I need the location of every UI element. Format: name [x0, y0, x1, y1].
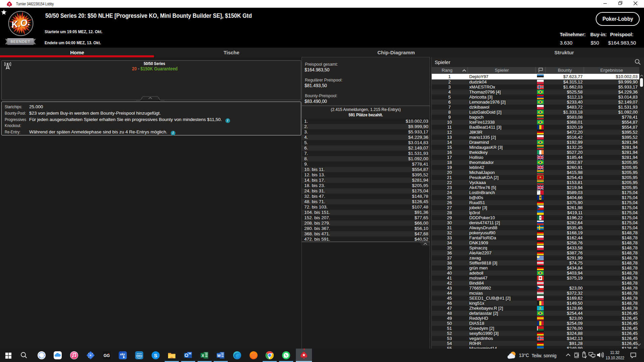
svg-text:sky: sky	[120, 353, 125, 356]
svg-text:video: video	[136, 355, 142, 357]
svg-text:W: W	[217, 354, 221, 358]
svg-text:GG: GG	[104, 353, 110, 358]
svg-text:X: X	[202, 354, 204, 358]
svg-text:S: S	[154, 353, 157, 358]
svg-text:BEENDET: BEENDET	[11, 40, 31, 44]
